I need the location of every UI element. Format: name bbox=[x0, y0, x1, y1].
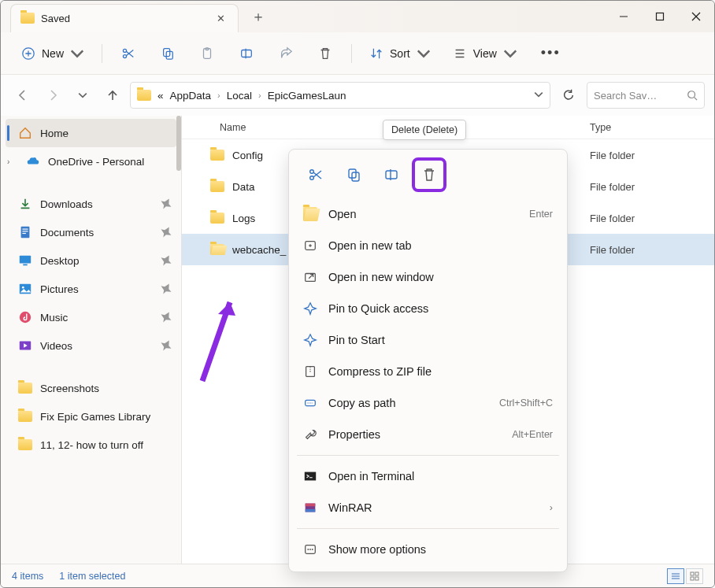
scissors-icon bbox=[308, 167, 324, 183]
copy-icon bbox=[161, 46, 175, 61]
scissors-icon bbox=[121, 46, 135, 61]
new-button[interactable]: New bbox=[13, 39, 92, 68]
document-icon bbox=[18, 225, 32, 239]
chevron-down-icon bbox=[417, 46, 431, 61]
cloud-icon bbox=[26, 154, 40, 168]
ctx-open[interactable]: OpenEnter bbox=[289, 198, 567, 230]
new-tab-button[interactable]: ＋ bbox=[246, 7, 270, 26]
tab-saved[interactable]: Saved ✕ bbox=[10, 4, 239, 32]
ctx-open-window[interactable]: Open in new window bbox=[289, 261, 567, 293]
titlebar: Saved ✕ ＋ bbox=[1, 1, 714, 32]
svg-rect-49 bbox=[306, 504, 316, 507]
view-button[interactable]: View bbox=[445, 39, 525, 68]
refresh-button[interactable] bbox=[555, 82, 582, 109]
ctx-copy-path[interactable]: Copy as pathCtrl+Shift+C bbox=[289, 387, 567, 419]
chevron-right-icon: › bbox=[217, 91, 220, 100]
rename-icon bbox=[383, 167, 399, 183]
path-icon bbox=[303, 396, 317, 410]
folder-icon bbox=[137, 90, 151, 101]
pin-icon bbox=[157, 279, 176, 299]
toolbar: New Sort View ••• bbox=[1, 32, 714, 75]
ctx-rename-button[interactable] bbox=[376, 159, 407, 190]
zip-icon bbox=[303, 364, 317, 379]
ctx-cut-button[interactable] bbox=[300, 159, 332, 190]
folder-icon bbox=[210, 150, 224, 161]
copy-button[interactable] bbox=[151, 39, 184, 68]
cut-button[interactable] bbox=[112, 39, 145, 68]
sidebar-item-music[interactable]: Music bbox=[1, 303, 181, 331]
sidebar-item-videos[interactable]: Videos bbox=[1, 331, 181, 360]
ctx-pin-quickaccess[interactable]: Pin to Quick access bbox=[289, 293, 567, 324]
pin-icon bbox=[303, 333, 317, 347]
new-window-icon bbox=[303, 270, 317, 284]
folder-open-icon bbox=[303, 207, 317, 221]
terminal-icon bbox=[303, 469, 317, 483]
svg-point-8 bbox=[123, 49, 126, 52]
ctx-winrar[interactable]: WinRAR› bbox=[289, 492, 567, 523]
share-button[interactable] bbox=[269, 39, 302, 68]
rename-icon bbox=[239, 46, 254, 61]
svg-rect-38 bbox=[386, 171, 397, 179]
sidebar-item-downloads[interactable]: Downloads bbox=[1, 190, 181, 218]
ctx-show-more[interactable]: Show more options bbox=[289, 534, 567, 565]
desktop-icon bbox=[18, 253, 32, 268]
svg-point-53 bbox=[309, 549, 311, 550]
sidebar-item-documents[interactable]: Documents bbox=[1, 218, 181, 246]
ctx-delete-button[interactable] bbox=[413, 159, 445, 190]
context-menu: OpenEnter Open in new tab Open in new wi… bbox=[288, 149, 568, 572]
svg-point-52 bbox=[307, 549, 309, 550]
status-selected: 1 item selected bbox=[59, 571, 125, 582]
ctx-compress[interactable]: Compress to ZIP file bbox=[289, 356, 567, 387]
sidebar-item-desktop[interactable]: Desktop bbox=[1, 246, 181, 275]
view-details-button[interactable] bbox=[667, 568, 684, 584]
chevron-right-icon: › bbox=[550, 502, 553, 513]
ctx-copy-button[interactable] bbox=[338, 159, 369, 190]
svg-rect-1 bbox=[657, 13, 664, 20]
back-button[interactable] bbox=[10, 83, 35, 108]
paste-button[interactable] bbox=[191, 39, 224, 68]
chevron-right-icon[interactable]: › bbox=[7, 157, 17, 166]
sidebar-item-pictures[interactable]: Pictures bbox=[1, 275, 181, 303]
ctx-open-tab[interactable]: Open in new tab bbox=[289, 230, 567, 261]
chevron-down-icon bbox=[70, 46, 84, 61]
chevron-down-icon bbox=[503, 46, 517, 61]
sidebar-item-home[interactable]: Home bbox=[6, 119, 176, 147]
sidebar-item-onedrive[interactable]: › OneDrive - Personal bbox=[1, 147, 181, 176]
column-type[interactable]: Type bbox=[583, 122, 714, 133]
up-button[interactable] bbox=[100, 83, 125, 108]
winrar-icon bbox=[303, 501, 317, 515]
recent-button[interactable] bbox=[70, 83, 95, 108]
ctx-pin-start[interactable]: Pin to Start bbox=[289, 324, 567, 356]
sidebar-item-folder[interactable]: Screenshots bbox=[1, 374, 181, 402]
list-icon bbox=[453, 46, 467, 61]
svg-point-29 bbox=[22, 287, 24, 289]
address-bar[interactable]: « AppData › Local › EpicGamesLaun bbox=[130, 82, 550, 109]
close-window-button[interactable] bbox=[678, 1, 714, 32]
breadcrumb[interactable]: Local bbox=[227, 90, 252, 102]
folder-icon bbox=[20, 13, 33, 25]
delete-button[interactable] bbox=[309, 39, 342, 68]
ctx-properties[interactable]: PropertiesAlt+Enter bbox=[289, 419, 567, 450]
close-tab-icon[interactable]: ✕ bbox=[214, 13, 227, 24]
rename-button[interactable] bbox=[230, 39, 263, 68]
view-large-button[interactable] bbox=[686, 568, 703, 584]
sidebar-item-folder[interactable]: Fix Epic Games Library bbox=[1, 402, 181, 431]
svg-rect-25 bbox=[22, 233, 26, 234]
breadcrumb[interactable]: EpicGamesLaun bbox=[268, 90, 346, 102]
new-tab-icon bbox=[303, 239, 317, 253]
breadcrumb[interactable]: AppData bbox=[170, 90, 212, 102]
pin-icon bbox=[157, 223, 176, 242]
more-button[interactable]: ••• bbox=[532, 39, 570, 68]
maximize-button[interactable] bbox=[642, 1, 678, 32]
ctx-terminal[interactable]: Open in Terminal bbox=[289, 460, 567, 492]
svg-rect-22 bbox=[21, 227, 30, 238]
chevron-down-icon[interactable] bbox=[534, 88, 543, 102]
svg-point-7 bbox=[123, 54, 126, 57]
forward-button[interactable] bbox=[40, 83, 65, 108]
svg-point-33 bbox=[310, 170, 314, 174]
sort-button[interactable]: Sort bbox=[361, 39, 439, 68]
search-input[interactable]: Search Sav… bbox=[587, 82, 705, 109]
minimize-button[interactable] bbox=[606, 1, 642, 32]
sidebar-item-folder[interactable]: 11, 12- how to turn off bbox=[1, 431, 181, 459]
svg-rect-58 bbox=[691, 572, 694, 575]
